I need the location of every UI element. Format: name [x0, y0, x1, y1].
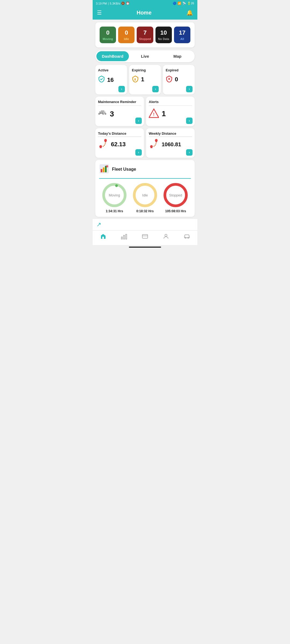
- expired-card: Expired 0 ›: [163, 65, 195, 94]
- fleet-stopped-ring: Stopped: [164, 183, 188, 207]
- nav-profile[interactable]: [163, 233, 169, 240]
- alerts-card: Alerts ! 1 ›: [146, 97, 195, 126]
- fleet-usage-title: Fleet Usage: [112, 167, 136, 172]
- expiring-content: ! 1: [132, 75, 158, 83]
- all-count: 17: [179, 29, 185, 36]
- tab-dashboard[interactable]: DashBoard: [96, 51, 129, 61]
- shield-expiring-icon: !: [132, 75, 139, 83]
- svg-point-9: [104, 113, 106, 115]
- fleet-moving-time: 1:34:31 Hrs: [106, 209, 123, 213]
- today-distance-value: 62.13: [111, 141, 126, 148]
- fleet-stopped-time: 105:08:03 Hrs: [165, 209, 186, 213]
- nav-indicator: [129, 247, 161, 248]
- page-title: Home: [137, 10, 152, 16]
- maintenance-icon: [98, 108, 107, 119]
- status-bar: 3:19 PM | 5.3KB/s 🔕 ⏰ 🔵 📶 📡 🔋26: [93, 0, 197, 7]
- fleet-stopped-label: Stopped: [169, 193, 182, 197]
- nav-home[interactable]: [100, 233, 106, 240]
- status-card-all[interactable]: 17 All: [174, 27, 190, 43]
- alerts-arrow-button[interactable]: ›: [186, 118, 193, 124]
- idle-label: Idle: [124, 37, 129, 41]
- alarm-icon: ⏰: [126, 2, 130, 5]
- moving-label: Moving: [103, 37, 113, 41]
- svg-rect-23: [103, 167, 104, 172]
- maintenance-arrow-button[interactable]: ›: [135, 118, 142, 124]
- svg-rect-22: [101, 169, 102, 172]
- active-card: Active 16 ›: [95, 65, 127, 94]
- svg-rect-29: [126, 234, 127, 239]
- maintenance-card: Maintenance Reminder 3 ›: [95, 97, 144, 126]
- svg-point-6: [98, 113, 100, 115]
- status-card-moving[interactable]: 0 Moving: [100, 27, 116, 43]
- svg-rect-30: [142, 235, 148, 238]
- svg-text:!: !: [153, 112, 154, 117]
- expiring-card: Expiring ! 1 ›: [129, 65, 161, 94]
- svg-rect-4: [100, 112, 101, 114]
- shield-expired-icon: [166, 75, 173, 83]
- idle-count: 0: [125, 29, 128, 36]
- weekly-distance-content: 1060.81: [149, 139, 192, 150]
- moving-dot: [115, 184, 118, 187]
- expired-arrow-button[interactable]: ›: [186, 86, 193, 92]
- fleet-idle-label: Idle: [142, 193, 148, 197]
- expired-content: 0: [166, 75, 192, 83]
- active-arrow-button[interactable]: ›: [118, 86, 125, 92]
- weekly-distance-value: 1060.81: [162, 141, 181, 148]
- network-speed: |: [108, 2, 109, 5]
- teal-strip: ↗: [93, 219, 197, 230]
- fleet-idle-time: 0:18:32 Hrs: [136, 209, 154, 213]
- today-route-icon: [98, 139, 108, 150]
- mid-row-2: Today's Distance 62.13 › Weekly Distance: [95, 128, 195, 158]
- weekly-distance-title: Weekly Distance: [149, 131, 192, 137]
- moving-count: 0: [106, 29, 109, 36]
- mute-icon: 🔕: [121, 2, 125, 5]
- dashboard-content: Active 16 › Expiring ! 1 › Expired: [93, 65, 197, 217]
- status-card-idle[interactable]: 0 Idle: [118, 27, 135, 43]
- nav-stats[interactable]: [121, 233, 127, 240]
- svg-rect-27: [121, 237, 122, 239]
- notification-bell-icon[interactable]: 🔔: [186, 9, 193, 16]
- weekly-distance-arrow-button[interactable]: ›: [186, 149, 193, 156]
- fleet-moving-item: Moving 1:34:31 Hrs: [102, 183, 126, 213]
- status-card-nodata[interactable]: 10 No Data: [155, 27, 172, 43]
- fleet-usage-card: Fleet Usage Moving 1:34:31 Hrs Idle 0:18…: [95, 160, 195, 217]
- time: 3:19 PM: [96, 2, 107, 5]
- nav-cards[interactable]: [142, 233, 148, 240]
- fleet-stopped-item: Stopped 105:08:03 Hrs: [164, 183, 188, 213]
- active-title: Active: [98, 68, 124, 73]
- expiring-arrow-button[interactable]: ›: [152, 86, 159, 92]
- fleet-divider: [99, 178, 191, 179]
- vehicle-status-section: 0 Moving 0 Idle 7 Stopped 10 No Data 17 …: [95, 22, 195, 47]
- expiring-title: Expiring: [132, 68, 158, 73]
- top-stats-row: Active 16 › Expiring ! 1 › Expired: [95, 65, 195, 94]
- teal-arrow-icon[interactable]: ↗: [96, 221, 101, 228]
- svg-point-32: [165, 234, 167, 236]
- alerts-value: 1: [162, 109, 166, 118]
- today-distance-content: 62.13: [98, 139, 141, 150]
- status-right: 🔵 📶 📡 🔋26: [173, 2, 194, 5]
- tab-bar: DashBoard Live Map: [95, 50, 195, 62]
- svg-rect-26: [102, 237, 104, 239]
- bottom-nav: [93, 230, 197, 245]
- all-label: All: [180, 37, 184, 41]
- nodata-count: 10: [160, 29, 167, 36]
- bluetooth-icon: 🔵: [173, 2, 176, 5]
- expiring-value: 1: [141, 76, 144, 83]
- svg-point-25: [106, 165, 108, 167]
- maintenance-content: 3: [98, 108, 141, 119]
- tab-map[interactable]: Map: [161, 51, 194, 61]
- status-card-stopped[interactable]: 7 Stopped: [137, 27, 153, 43]
- nav-vehicle[interactable]: [184, 233, 190, 240]
- today-distance-arrow-button[interactable]: ›: [135, 149, 142, 156]
- today-distance-card: Today's Distance 62.13 ›: [95, 128, 144, 158]
- maintenance-value: 3: [110, 110, 114, 118]
- network-data: 5.3KB/s: [110, 2, 120, 5]
- nodata-label: No Data: [158, 37, 169, 41]
- battery-icon: 🔋26: [187, 2, 194, 5]
- shield-active-icon: [98, 75, 105, 84]
- weekly-route-icon: [149, 139, 159, 150]
- fleet-usage-icon: [99, 164, 109, 175]
- fleet-circles: Moving 1:34:31 Hrs Idle 0:18:32 Hrs Stop…: [99, 183, 191, 213]
- tab-live[interactable]: Live: [129, 51, 161, 61]
- menu-button[interactable]: ☰: [97, 9, 102, 16]
